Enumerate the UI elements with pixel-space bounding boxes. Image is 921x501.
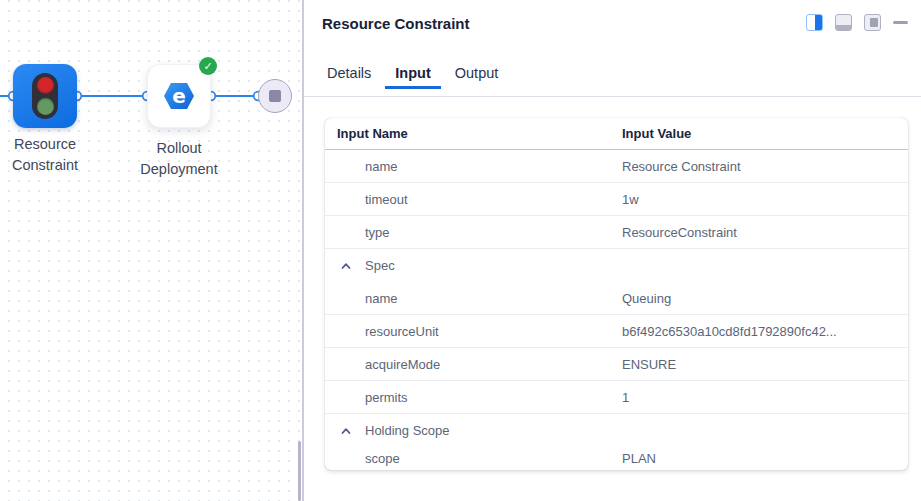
row-value: 1w (622, 192, 908, 207)
end-node[interactable] (258, 79, 292, 113)
tabbar-underline (304, 96, 921, 97)
table-row: acquireMode ENSURE (325, 348, 908, 381)
minimize-icon[interactable] (893, 21, 908, 24)
input-table-card: Input Name Input Value name Resource Con… (325, 118, 908, 470)
collapse-chevron-icon[interactable] (340, 425, 352, 437)
table-row: name Queuing (325, 282, 908, 315)
canvas-scrollbar[interactable] (298, 441, 301, 501)
traffic-green-light (37, 98, 54, 115)
layout-dock-bottom-button[interactable] (835, 14, 852, 31)
node-label-rollout-deployment: Rollout Deployment (117, 138, 241, 180)
panel-title: Resource Constraint (322, 15, 470, 32)
row-value: Queuing (622, 291, 908, 306)
node-label-resource-constraint: Resource Constraint (0, 134, 107, 176)
traffic-red-light (37, 77, 54, 94)
detail-panel: Resource Constraint Details Input Output… (304, 0, 921, 501)
table-row: scope PLAN (325, 447, 908, 470)
row-value: PLAN (622, 451, 908, 466)
row-name: Holding Scope (325, 423, 622, 438)
row-name: type (325, 225, 622, 240)
layout-split-right-button[interactable] (806, 14, 823, 31)
tab-input[interactable]: Input (385, 63, 440, 89)
node-resource-constraint[interactable] (13, 64, 77, 128)
row-value: 1 (622, 390, 908, 405)
input-table-header: Input Name Input Value (325, 118, 908, 150)
rollout-logo-icon: e (162, 81, 196, 111)
tab-details[interactable]: Details (317, 63, 381, 89)
table-row: timeout 1w (325, 183, 908, 216)
svg-text:e: e (172, 84, 186, 108)
row-value: ResourceConstraint (622, 225, 908, 240)
node-rollout-deployment[interactable]: e ✓ (147, 64, 211, 128)
traffic-light-icon (32, 73, 58, 119)
table-row: resourceUnit b6f492c6530a10cd8fd1792890f… (325, 315, 908, 348)
table-row: Holding Scope (325, 414, 908, 447)
input-table-body: name Resource Constraint timeout 1w type… (325, 150, 908, 470)
tab-output[interactable]: Output (445, 63, 509, 89)
column-header-input-name: Input Name (325, 126, 622, 141)
row-name: permits (325, 390, 622, 405)
stop-square-icon (269, 90, 281, 102)
tab-bar: Details Input Output (317, 63, 512, 89)
row-name: Spec (325, 258, 622, 273)
table-row: permits 1 (325, 381, 908, 414)
row-value: b6f492c6530a10cd8fd1792890fc42... (622, 324, 908, 339)
layout-floating-button[interactable] (864, 14, 881, 31)
row-value: Resource Constraint (622, 159, 908, 174)
row-name: name (325, 159, 622, 174)
workflow-canvas[interactable]: Resource Constraint e ✓ Rollout Deployme… (0, 0, 303, 501)
row-name: resourceUnit (325, 324, 622, 339)
panel-window-controls (806, 14, 908, 31)
row-name: timeout (325, 192, 622, 207)
row-name: scope (325, 451, 622, 466)
collapse-chevron-icon[interactable] (340, 260, 352, 272)
table-row: type ResourceConstraint (325, 216, 908, 249)
table-row: Spec (325, 249, 908, 282)
row-name: name (325, 291, 622, 306)
row-name: acquireMode (325, 357, 622, 372)
row-value: ENSURE (622, 357, 908, 372)
table-row: name Resource Constraint (325, 150, 908, 183)
column-header-input-value: Input Value (622, 126, 908, 141)
success-check-icon: ✓ (199, 57, 217, 75)
